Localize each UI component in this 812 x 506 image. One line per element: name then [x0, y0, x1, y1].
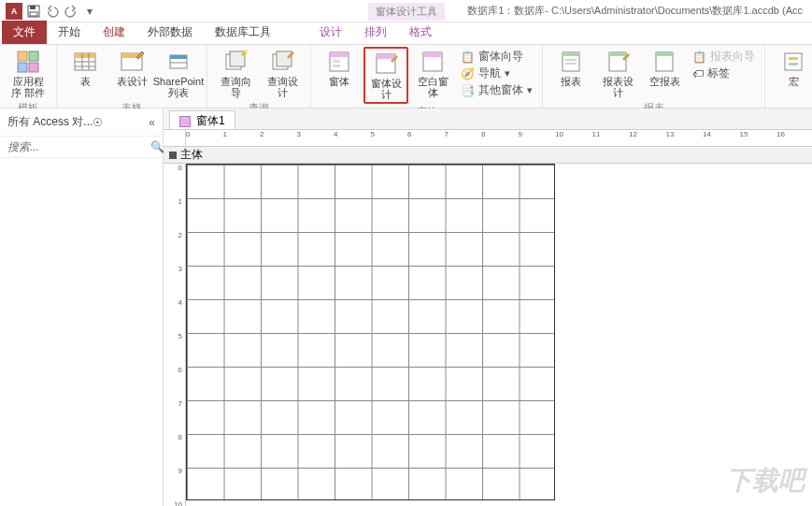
app-parts-button[interactable]: 应用程序 部件 [6, 47, 50, 100]
nav-icon: 🧭 [461, 67, 475, 80]
nav-header[interactable]: 所有 Access 对... ☉ « [0, 108, 163, 136]
ribbon-tabs: 文件 开始 创建 外部数据 数据库工具 设计 排列 格式 [0, 22, 812, 45]
form-design-label: 窗体设计 [369, 78, 403, 100]
svg-rect-25 [333, 60, 340, 63]
ruler-tick: 1 [223, 130, 227, 147]
blank-form-button[interactable]: 空白窗体 [410, 47, 455, 104]
svg-rect-24 [330, 52, 349, 57]
svg-rect-4 [29, 51, 38, 61]
query-design-button[interactable]: 查询设计 [260, 47, 305, 100]
query-wizard-button[interactable]: 查询向导 [213, 47, 258, 100]
save-icon[interactable] [26, 4, 41, 19]
sharepoint-button[interactable]: SharePoint 列表 [156, 47, 201, 100]
ruler-tick: 3 [164, 265, 186, 273]
blank-form-label: 空白窗体 [414, 76, 451, 98]
ruler-tick: 6 [164, 366, 186, 374]
tab-format[interactable]: 格式 [398, 21, 443, 44]
table-button[interactable]: 表 [63, 47, 107, 100]
ruler-tick: 1 [164, 197, 186, 206]
svg-rect-8 [75, 53, 95, 58]
design-area: 窗体1 0123456789101112131415161718192021 主… [164, 108, 812, 506]
navigation-button[interactable]: 🧭导航 ▾ [461, 65, 533, 81]
nav-dropdown-icon[interactable]: ☉ [93, 116, 103, 129]
document-tab[interactable]: 窗体1 [169, 110, 235, 131]
ruler-tick: 0 [186, 130, 190, 147]
sharepoint-icon [165, 49, 192, 75]
blank-report-button[interactable]: 空报表 [642, 47, 687, 100]
search-input[interactable] [6, 138, 150, 155]
title-bar: A ▾ 窗体设计工具 数据库1：数据库- C:\Users\Administra… [0, 0, 812, 22]
app-icon: A [6, 3, 22, 20]
section-selector-icon[interactable] [169, 152, 177, 159]
document-tab-label: 窗体1 [196, 113, 225, 129]
ruler-tick: 7 [164, 399, 186, 408]
ruler-tick: 2 [260, 130, 264, 147]
form-icon [326, 49, 352, 75]
svg-rect-28 [377, 54, 395, 59]
ruler-tick: 5 [164, 332, 186, 340]
qat-dropdown-icon[interactable]: ▾ [82, 4, 97, 19]
nav-title: 所有 Access 对... [7, 114, 93, 130]
form-canvas: 0123456789101112131415161718192021 主体 01… [164, 129, 812, 506]
report-wizard-button[interactable]: 📋报表向导 [692, 49, 755, 65]
report-design-label: 报表设计 [599, 76, 636, 98]
ruler-tick: 15 [740, 130, 748, 147]
ruler-tick: 8 [481, 130, 485, 147]
group-forms: 窗体 窗体设计 空白窗体 📋窗体向导 🧭导航 ▾ 📑其他窗体 ▾ 窗体 [311, 45, 543, 108]
tab-home[interactable]: 开始 [47, 21, 92, 44]
svg-rect-2 [30, 12, 37, 16]
nav-collapse-icon[interactable]: « [149, 116, 155, 129]
body-area: 所有 Access 对... ☉ « 🔍 窗体1 012345678910111… [0, 108, 812, 506]
report-icon [558, 49, 584, 75]
tab-design[interactable]: 设计 [308, 21, 353, 44]
search-icon[interactable]: 🔍 [150, 140, 164, 153]
app-parts-icon [15, 49, 41, 75]
table-design-icon [119, 49, 145, 75]
labels-icon: 🏷 [692, 67, 704, 80]
other-forms-button[interactable]: 📑其他窗体 ▾ [461, 82, 533, 98]
form-wizard-button[interactable]: 📋窗体向导 [461, 49, 533, 65]
redo-icon[interactable] [64, 4, 78, 19]
ruler-tick: 3 [297, 130, 301, 147]
report-button[interactable]: 报表 [548, 47, 593, 100]
ruler-corner[interactable] [164, 130, 186, 147]
vertical-ruler[interactable]: 012345678910 [164, 164, 186, 506]
table-design-button[interactable]: 表设计 [109, 47, 154, 100]
svg-rect-5 [18, 63, 27, 72]
tab-create[interactable]: 创建 [92, 21, 136, 44]
report-label: 报表 [561, 76, 581, 87]
tab-database-tools[interactable]: 数据库工具 [204, 21, 282, 44]
group-queries: 查询向导 查询设计 查询 [207, 45, 311, 108]
ruler-tick: 0 [164, 164, 186, 172]
form-design-button[interactable]: 窗体设计 [363, 47, 408, 104]
svg-rect-32 [563, 52, 579, 56]
blank-report-icon [651, 49, 677, 75]
macro-button[interactable]: 宏 [771, 47, 812, 97]
undo-icon[interactable] [45, 4, 60, 19]
form-button[interactable]: 窗体 [317, 47, 362, 104]
ruler-tick: 2 [164, 231, 186, 239]
tab-external-data[interactable]: 外部数据 [136, 21, 204, 44]
detail-section-bar[interactable]: 主体 [164, 147, 812, 164]
svg-rect-39 [785, 53, 802, 70]
ruler-tick: 13 [666, 130, 675, 147]
tab-file[interactable]: 文件 [2, 21, 47, 44]
table-design-label: 表设计 [117, 76, 148, 87]
macro-label: 宏 [789, 76, 799, 87]
form-label: 窗体 [329, 76, 349, 87]
ruler-tick: 9 [164, 467, 186, 475]
navigation-pane: 所有 Access 对... ☉ « 🔍 [0, 108, 164, 506]
query-design-label: 查询设计 [264, 76, 301, 98]
group-templates: 应用程序 部件 模板 [0, 45, 57, 108]
labels-button[interactable]: 🏷标签 [692, 65, 755, 81]
table-icon [72, 49, 98, 75]
tab-arrange[interactable]: 排列 [353, 21, 398, 44]
svg-rect-1 [30, 6, 36, 9]
ruler-tick: 16 [776, 130, 785, 147]
horizontal-ruler[interactable]: 0123456789101112131415161718192021 [186, 130, 812, 147]
report-design-button[interactable]: 报表设计 [595, 47, 640, 100]
ruler-tick: 12 [629, 130, 637, 147]
design-grid[interactable] [186, 164, 555, 500]
sharepoint-label: SharePoint 列表 [153, 76, 204, 98]
context-tool-title: 窗体设计工具 [368, 3, 445, 21]
